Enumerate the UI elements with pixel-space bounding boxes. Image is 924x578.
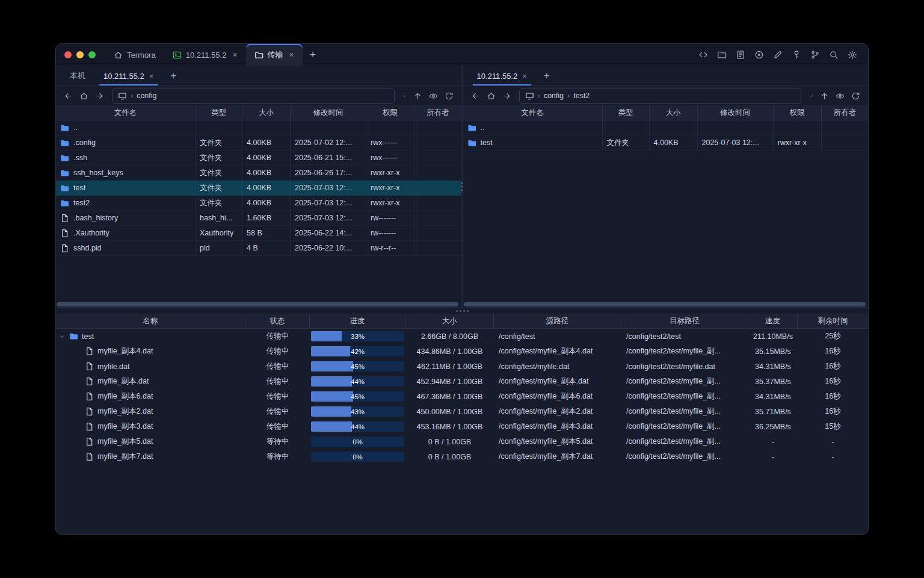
- titlebar-tab-label: 10.211.55.2: [186, 51, 227, 60]
- file-row[interactable]: test文件夹4.00KB2025-07-03 12:...rwxr-xr-x: [463, 135, 869, 151]
- path-segment[interactable]: config: [544, 92, 564, 100]
- close-tab-icon[interactable]: ×: [149, 72, 154, 81]
- transfer-row[interactable]: myfile_副本2.dat传输中43%450.00MB / 1.00GB/co…: [56, 404, 868, 419]
- column-header[interactable]: 大小: [405, 314, 494, 328]
- column-header[interactable]: 所有者: [822, 105, 869, 120]
- panel-tab[interactable]: 10.211.55.2×: [94, 66, 162, 85]
- transfer-row[interactable]: myfile_副本4.dat传输中42%434.86MB / 1.00GB/co…: [56, 344, 868, 359]
- column-header[interactable]: 类型: [603, 105, 650, 120]
- new-panel-tab-button[interactable]: +: [162, 66, 184, 85]
- refresh-button[interactable]: [848, 89, 863, 104]
- settings-icon[interactable]: [848, 50, 857, 60]
- transfer-row[interactable]: test传输中33%2.66GB / 8.00GB/config/test/co…: [56, 329, 868, 344]
- back-button[interactable]: [61, 89, 76, 104]
- path-segment[interactable]: test2: [573, 92, 590, 100]
- transfer-row[interactable]: myfile_副本6.dat传输中45%467.36MB / 1.00GB/co…: [56, 389, 868, 404]
- key-icon[interactable]: [792, 50, 801, 60]
- column-header[interactable]: 大小: [242, 105, 291, 120]
- column-header[interactable]: 源路径: [494, 314, 621, 328]
- column-header[interactable]: 速度: [748, 314, 798, 328]
- column-header[interactable]: 权限: [774, 105, 822, 120]
- path-bar[interactable]: ›config: [112, 89, 395, 104]
- file-row[interactable]: ..: [56, 120, 461, 135]
- scrollbar-thumb[interactable]: [57, 302, 458, 306]
- refresh-button[interactable]: [442, 89, 457, 104]
- close-tab-icon[interactable]: ×: [522, 72, 527, 81]
- path-segment[interactable]: config: [137, 92, 156, 100]
- file-row[interactable]: test2文件夹4.00KB2025-07-03 12:...rwxr-xr-x: [56, 196, 461, 211]
- file-row[interactable]: .config文件夹4.00KB2025-07-02 12:...rwx----…: [56, 135, 461, 151]
- panel-tab-label: 10.211.55.2: [103, 72, 144, 81]
- new-panel-tab-button[interactable]: +: [536, 66, 558, 85]
- close-window-button[interactable]: [64, 51, 72, 58]
- column-header[interactable]: 文件名: [56, 105, 196, 120]
- minimize-window-button[interactable]: [76, 51, 84, 58]
- search-icon[interactable]: [829, 50, 839, 60]
- transfer-row[interactable]: myfile_副本3.dat传输中44%453.16MB / 1.00GB/co…: [56, 419, 868, 434]
- forward-button[interactable]: [92, 89, 107, 104]
- transfer-row[interactable]: myfile_副本7.dat等待中0%0 B / 1.00GB/config/t…: [56, 449, 868, 464]
- titlebar-tab[interactable]: 10.211.55.2×: [164, 44, 246, 66]
- code-icon[interactable]: [698, 50, 708, 60]
- edit-icon[interactable]: [773, 50, 783, 60]
- bookmark-button[interactable]: [399, 93, 410, 99]
- transfer-row[interactable]: myfile_副本5.dat等待中0%0 B / 1.00GB/config/t…: [56, 434, 868, 449]
- titlebar-tab[interactable]: 传输×: [246, 44, 303, 66]
- up-directory-button[interactable]: [817, 89, 832, 104]
- transfer-name-label: myfile_副本4.dat: [97, 346, 153, 356]
- titlebar-tab[interactable]: Termora: [105, 44, 164, 66]
- cell-type: Xauthority: [196, 226, 242, 241]
- home-button[interactable]: [484, 89, 499, 104]
- column-header[interactable]: 状态: [245, 314, 310, 328]
- column-header[interactable]: 文件名: [463, 105, 603, 120]
- column-header[interactable]: 目标路径: [621, 314, 748, 328]
- file-row[interactable]: test文件夹4.00KB2025-07-03 12:...rwxr-xr-x: [56, 181, 461, 196]
- file-row[interactable]: ..: [463, 120, 869, 135]
- record-icon[interactable]: [754, 50, 764, 60]
- transfer-row[interactable]: myfile.dat传输中45%462.11MB / 1.00GB/config…: [56, 359, 868, 374]
- up-directory-button[interactable]: [410, 89, 425, 104]
- bookmark-button[interactable]: [806, 93, 816, 99]
- transfer-splitter[interactable]: [56, 307, 868, 314]
- new-tab-button[interactable]: +: [303, 44, 324, 66]
- scrollbar-thumb[interactable]: [464, 302, 866, 306]
- chevron-down-icon[interactable]: [58, 333, 66, 340]
- back-button[interactable]: [468, 89, 483, 104]
- log-icon[interactable]: [736, 50, 745, 60]
- file-row[interactable]: .XauthorityXauthority58 B2025-06-22 14:.…: [56, 226, 461, 241]
- path-bar[interactable]: ›config›test2: [519, 89, 802, 104]
- zoom-window-button[interactable]: [88, 51, 96, 58]
- cell-modified: 2025-07-03 12:...: [291, 181, 366, 196]
- column-header[interactable]: 剩余时间: [798, 314, 868, 328]
- column-header[interactable]: 修改时间: [698, 105, 774, 120]
- file-row[interactable]: .ssh文件夹4.00KB2025-06-21 15:...rwx------: [56, 151, 461, 166]
- close-tab-icon[interactable]: ×: [232, 50, 237, 60]
- horizontal-scrollbar[interactable]: [463, 302, 869, 307]
- column-header[interactable]: 类型: [196, 105, 242, 120]
- close-tab-icon[interactable]: ×: [289, 50, 294, 60]
- branch-icon[interactable]: [810, 50, 820, 60]
- panel-splitter[interactable]: [461, 66, 463, 307]
- column-header[interactable]: 修改时间: [291, 105, 366, 120]
- show-hidden-toggle[interactable]: [426, 89, 441, 104]
- cell-speed: 34.31MB/s: [748, 389, 798, 404]
- show-hidden-toggle[interactable]: [833, 89, 848, 104]
- panel-tab[interactable]: 本机: [61, 66, 94, 85]
- file-row[interactable]: ssh_host_keys文件夹4.00KB2025-06-26 17:...r…: [56, 166, 461, 181]
- file-row[interactable]: .bash_historybash_hi...1.60KB2025-07-03 …: [56, 211, 461, 226]
- column-header[interactable]: 大小: [650, 105, 698, 120]
- column-header[interactable]: 所有者: [414, 105, 461, 120]
- column-header[interactable]: 进度: [310, 314, 405, 328]
- cell-perm: rw-r--r--: [366, 241, 414, 256]
- folder-outline-icon[interactable]: [717, 50, 727, 60]
- file-row[interactable]: sshd.pidpid4 B2025-06-22 10:...rw-r--r--: [56, 241, 461, 256]
- home-button[interactable]: [76, 89, 91, 104]
- transfer-row[interactable]: myfile_副本.dat传输中44%452.94MB / 1.00GB/con…: [56, 374, 868, 389]
- forward-button[interactable]: [499, 89, 514, 104]
- panel-tab[interactable]: 10.211.55.2×: [468, 66, 536, 85]
- cell-status: 等待中: [245, 449, 310, 464]
- column-header[interactable]: 权限: [366, 105, 414, 120]
- horizontal-scrollbar[interactable]: [56, 302, 461, 307]
- cell-eta: 16秒: [798, 359, 868, 374]
- column-header[interactable]: 名称: [56, 314, 245, 328]
